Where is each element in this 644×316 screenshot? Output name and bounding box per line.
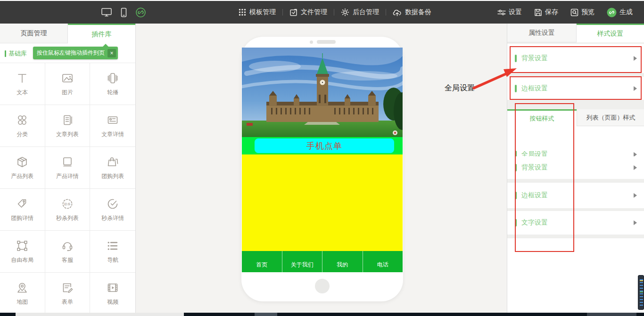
- plugin-groupbuy-detail[interactable]: 团购详情: [0, 189, 45, 231]
- panel-footer-blank: [507, 238, 644, 316]
- basic-library-label: 基础库: [5, 49, 27, 58]
- plugin-carousel[interactable]: 轮播: [90, 63, 135, 105]
- tab-list-page-style[interactable]: 列表（页面）样式: [577, 109, 644, 126]
- menu-file-management[interactable]: 文件管理: [283, 8, 334, 16]
- design-canvas: 手机点单 首页 关于我们 我的 电话: [136, 24, 507, 316]
- phone-home-button: [315, 279, 330, 293]
- mobile-preview-icon[interactable]: [121, 8, 127, 17]
- chevron-right-icon: [634, 193, 637, 198]
- plugin-map[interactable]: 地图: [0, 273, 45, 315]
- plugin-flashsale-detail[interactable]: 秒杀详情: [90, 189, 135, 231]
- flashsale-detail-icon: [107, 197, 119, 210]
- generate-icon: [607, 8, 617, 17]
- taskbar-segment: [255, 313, 277, 316]
- section-background-settings[interactable]: 背景设置: [507, 44, 644, 73]
- plugin-product-detail[interactable]: 产品详情: [45, 147, 91, 189]
- video-icon: [107, 281, 119, 294]
- generate-button[interactable]: 生成: [603, 8, 636, 17]
- section-text-settings[interactable]: 文字设置: [507, 211, 644, 235]
- plugin-form[interactable]: 表单: [45, 273, 91, 315]
- save-button[interactable]: 保存: [530, 8, 562, 16]
- tab-button-style[interactable]: 按钮样式: [507, 109, 577, 126]
- customer-service-icon: [61, 239, 74, 252]
- menu-data-backup[interactable]: 数据备份: [386, 8, 438, 16]
- phone-mockup: 手机点单 首页 关于我们 我的 电话: [241, 37, 403, 301]
- green-marker: [515, 85, 517, 92]
- section-button-border-settings[interactable]: 边框设置: [507, 183, 644, 208]
- phone-screen[interactable]: 手机点单 首页 关于我们 我的 电话: [242, 48, 403, 272]
- phone-nav-about[interactable]: 关于我们: [282, 251, 323, 272]
- link-preview-icon[interactable]: [135, 7, 146, 18]
- section-border-settings[interactable]: 边框设置: [507, 77, 644, 100]
- plugin-free-layout[interactable]: 自由布局: [0, 231, 45, 273]
- drag-hint-tooltip: 按住鼠标左键拖动插件到页 ×: [33, 47, 118, 59]
- plugin-image[interactable]: 图片: [45, 63, 91, 105]
- banner-photo[interactable]: [242, 48, 403, 137]
- settings-button[interactable]: 设置: [494, 8, 526, 16]
- phone-camera-dot: [310, 41, 313, 44]
- phone-title-text: 手机点单: [306, 140, 342, 152]
- plugin-groupbuy-list[interactable]: 团购列表: [90, 147, 135, 189]
- scrollbar-minimap[interactable]: [638, 275, 644, 310]
- menu-template-management[interactable]: 模板管理: [232, 8, 282, 16]
- navigation-icon: [107, 239, 119, 252]
- device-toggle-group: [101, 1, 146, 24]
- tab-page-management[interactable]: 页面管理: [0, 24, 68, 43]
- app-window: 模板管理 文件管理 后台管理 数据备份: [0, 0, 644, 316]
- plugin-flashsale-list[interactable]: 秒杀 秒杀列表: [45, 189, 91, 231]
- menu-label: 数据备份: [405, 8, 431, 16]
- right-settings-panel: 属性设置 样式设置 背景设置 边框设置 按钮样式 列表（页面）样式 全局设置 背…: [507, 24, 644, 316]
- plugin-category[interactable]: 分类: [0, 105, 45, 147]
- plugin-video[interactable]: 视频: [90, 273, 135, 315]
- phone-nav-phone[interactable]: 电话: [363, 251, 403, 272]
- plugin-article-list[interactable]: 文章列表: [45, 105, 91, 147]
- style-sub-tabs: 按钮样式 列表（页面）样式: [507, 109, 644, 126]
- minimap-marks: [640, 279, 643, 307]
- tab-property-settings[interactable]: 属性设置: [507, 24, 577, 42]
- taskbar-segment: [587, 313, 636, 316]
- phone-title-strip[interactable]: 手机点单: [242, 137, 403, 154]
- groupbuy-detail-icon: [16, 197, 28, 210]
- tab-plugin-library[interactable]: 插件库: [68, 24, 135, 43]
- main-menu: 模板管理 文件管理 后台管理 数据备份: [232, 1, 438, 24]
- chevron-right-icon: [634, 165, 637, 170]
- top-toolbar: 模板管理 文件管理 后台管理 数据备份: [0, 1, 644, 24]
- phone-title-pill[interactable]: 手机点单: [255, 138, 394, 153]
- text-icon: [16, 71, 28, 84]
- action-label: 设置: [509, 8, 522, 16]
- settings-tabs: 属性设置 样式设置: [507, 24, 644, 42]
- minimap-mark-yellow: [640, 280, 643, 281]
- left-tabs: 页面管理 插件库: [0, 24, 135, 43]
- carousel-icon: [107, 71, 119, 84]
- desktop-preview-icon[interactable]: [101, 8, 112, 17]
- sliders-icon: [497, 9, 506, 16]
- phone-nav-mine[interactable]: 我的: [322, 251, 363, 272]
- preview-icon: [570, 8, 578, 16]
- plugin-text[interactable]: 文本: [0, 63, 45, 105]
- taskbar-segment: [16, 313, 184, 316]
- preview-button[interactable]: 预览: [567, 8, 598, 16]
- tooltip-close-icon[interactable]: ×: [107, 49, 116, 57]
- plugin-grid: 文本 图片 轮播 分类 文章列表 文章详情: [0, 63, 135, 315]
- phone-content-area[interactable]: [242, 154, 403, 251]
- file-icon: [289, 8, 297, 16]
- tab-style-settings[interactable]: 样式设置: [577, 24, 644, 42]
- minimap-mark-green: [640, 292, 643, 292]
- menu-backend-management[interactable]: 后台管理: [334, 8, 386, 16]
- gear-icon: [341, 8, 349, 16]
- grid-icon: [239, 8, 246, 16]
- green-marker: [515, 164, 517, 171]
- article-list-icon: [61, 113, 74, 126]
- category-icon: [16, 113, 28, 126]
- map-icon: [16, 281, 28, 294]
- bottom-taskbar-edge: [0, 313, 644, 316]
- chevron-right-icon: [634, 220, 637, 225]
- groupbuy-list-icon: [107, 155, 119, 168]
- cloud-upload-icon: [393, 8, 402, 16]
- section-button-background-settings[interactable]: 背景设置: [507, 156, 644, 179]
- plugin-navigation[interactable]: 导航: [90, 231, 135, 273]
- plugin-product-list[interactable]: 产品列表: [0, 147, 45, 189]
- plugin-customer-service[interactable]: 客服: [45, 231, 91, 273]
- plugin-article-detail[interactable]: 文章详情: [90, 105, 135, 147]
- phone-nav-home[interactable]: 首页: [242, 251, 282, 272]
